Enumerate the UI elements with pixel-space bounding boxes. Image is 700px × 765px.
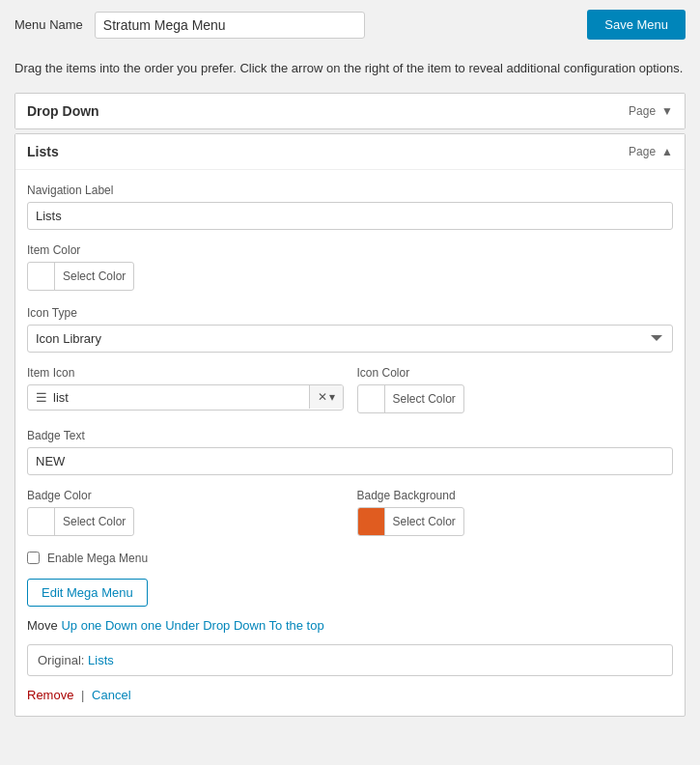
- icon-color-swatch: [358, 385, 385, 412]
- icon-clear-x: ✕: [318, 390, 327, 404]
- icon-color-label: Icon Color: [357, 366, 674, 380]
- badge-color-row: Badge Color Select Color Badge Backgroun…: [27, 489, 673, 552]
- badge-bg-swatch: [358, 508, 385, 535]
- save-menu-button[interactable]: Save Menu: [587, 10, 686, 40]
- menu-items-area: Drop Down Page ▼ Lists Page ▲ Navigation…: [0, 93, 700, 717]
- edit-mega-menu-button[interactable]: Edit Mega Menu: [27, 579, 148, 607]
- dropdown-item-collapsed: Drop Down Page ▼: [14, 93, 686, 129]
- item-icon-inner[interactable]: ☰ list: [28, 385, 309, 410]
- item-color-label: Item Color: [27, 243, 673, 257]
- description-text: Drag the items into the order you prefer…: [0, 49, 700, 93]
- lists-chevron-icon: ▲: [661, 145, 673, 158]
- item-color-group: Item Color Select Color: [27, 243, 673, 293]
- badge-color-group: Badge Color Select Color: [27, 489, 344, 538]
- item-color-button: Select Color: [55, 266, 133, 287]
- original-row: Original: Lists: [27, 644, 673, 676]
- badge-color-label: Badge Color: [27, 489, 344, 502]
- icon-color-group: Icon Color Select Color: [357, 366, 674, 415]
- badge-text-label: Badge Text: [27, 429, 673, 442]
- icon-type-group: Icon Type Icon Library Custom Image: [27, 306, 673, 353]
- lists-item-page: Page: [629, 145, 656, 158]
- original-label: Original:: [38, 653, 84, 667]
- enable-mega-menu-row: Enable Mega Menu: [27, 552, 673, 565]
- badge-color-col: Badge Color Select Color: [27, 489, 344, 552]
- badge-color-swatch: [28, 508, 55, 535]
- edit-mega-menu-wrapper: Edit Mega Menu: [27, 579, 673, 618]
- badge-bg-button: Select Color: [385, 511, 463, 532]
- icon-color-selector[interactable]: Select Color: [357, 384, 464, 413]
- badge-bg-label: Badge Background: [357, 489, 674, 502]
- lists-item-header[interactable]: Lists Page ▲: [15, 134, 685, 170]
- badge-text-group: Badge Text: [27, 429, 673, 475]
- badge-bg-selector[interactable]: Select Color: [357, 507, 464, 536]
- dropdown-item-header[interactable]: Drop Down Page ▼: [15, 94, 685, 128]
- original-link[interactable]: Lists: [88, 653, 114, 667]
- item-icon-value: list: [53, 390, 69, 405]
- lists-item-title: Lists: [27, 144, 629, 159]
- item-icon-clear-button[interactable]: ✕ ▾: [309, 385, 343, 409]
- badge-color-selector[interactable]: Select Color: [27, 507, 134, 536]
- header-bar: Menu Name Save Menu: [0, 0, 700, 49]
- remove-link[interactable]: Remove: [27, 688, 73, 702]
- move-row: Move Up one Down one Under Drop Down To …: [27, 618, 673, 633]
- badge-bg-col: Badge Background Select Color: [357, 489, 674, 552]
- enable-mega-menu-label: Enable Mega Menu: [47, 552, 148, 565]
- icon-row: Item Icon ☰ list ✕ ▾: [27, 366, 673, 429]
- nav-label-group: Navigation Label: [27, 184, 673, 230]
- move-up-one-link[interactable]: Up one: [61, 618, 101, 633]
- lists-item-body: Navigation Label Item Color Select Color…: [15, 170, 685, 716]
- nav-label-label: Navigation Label: [27, 184, 673, 197]
- cancel-link[interactable]: Cancel: [92, 688, 130, 702]
- separator: |: [81, 688, 84, 702]
- enable-mega-menu-checkbox[interactable]: [27, 552, 40, 564]
- icon-type-label: Icon Type: [27, 306, 673, 320]
- move-label: Move: [27, 618, 58, 633]
- item-color-swatch: [28, 263, 55, 290]
- list-icon: ☰: [36, 390, 47, 405]
- dropdown-item-page: Page: [629, 104, 656, 118]
- badge-bg-group: Badge Background Select Color: [357, 489, 674, 538]
- badge-text-input[interactable]: [27, 447, 673, 475]
- item-color-selector[interactable]: Select Color: [27, 262, 134, 291]
- icon-type-select[interactable]: Icon Library Custom Image: [27, 325, 673, 353]
- item-icon-input-wrapper: ☰ list ✕ ▾: [27, 384, 344, 411]
- remove-cancel-row: Remove | Cancel: [27, 688, 673, 702]
- dropdown-item-title: Drop Down: [27, 103, 629, 119]
- dropdown-chevron-icon: ▼: [661, 104, 673, 118]
- item-icon-label: Item Icon: [27, 366, 344, 380]
- nav-label-input[interactable]: [27, 202, 673, 230]
- item-icon-group: Item Icon ☰ list ✕ ▾: [27, 366, 344, 411]
- badge-color-button: Select Color: [55, 511, 133, 532]
- item-icon-col: Item Icon ☰ list ✕ ▾: [27, 366, 344, 429]
- move-under-dropdown-link[interactable]: Under Drop Down: [165, 618, 266, 633]
- icon-color-button: Select Color: [385, 388, 463, 410]
- move-down-one-link[interactable]: Down one: [105, 618, 162, 633]
- menu-name-input[interactable]: [95, 12, 365, 39]
- icon-color-col: Icon Color Select Color: [357, 366, 674, 429]
- move-to-top-link[interactable]: To the top: [269, 618, 324, 633]
- icon-clear-label: ▾: [329, 390, 335, 404]
- lists-item-expanded: Lists Page ▲ Navigation Label Item Color…: [14, 133, 686, 717]
- menu-name-label: Menu Name: [14, 17, 83, 32]
